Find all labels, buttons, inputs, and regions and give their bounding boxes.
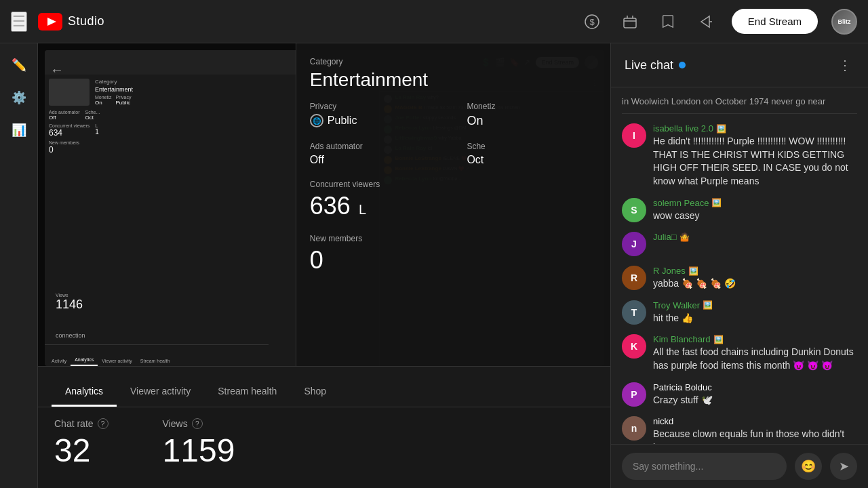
list-item: J Julia□ 🤷 bbox=[622, 232, 857, 256]
logo-area: Studio bbox=[38, 13, 104, 30]
bookmark-icon bbox=[661, 14, 675, 29]
msg-content: solemn Peace 🖼️ wow casey bbox=[653, 198, 857, 223]
save-nav-button[interactable] bbox=[656, 9, 680, 34]
msg-name: Patricia Bolduc bbox=[653, 382, 857, 392]
end-stream-button[interactable]: End Stream bbox=[732, 9, 818, 34]
list-item: n nickd Because clown equals fun in thos… bbox=[622, 416, 857, 444]
msg-content: Patricia Bolduc Crazy stuff 🕊️ bbox=[653, 382, 857, 407]
privacy-value: 🌐 Public bbox=[310, 114, 440, 127]
tab-analytics[interactable]: Analytics bbox=[52, 378, 117, 407]
views-help-icon[interactable]: ? bbox=[192, 418, 203, 429]
msg-content: Kim Blanchard 🖼️ All the fast food chain… bbox=[653, 334, 857, 372]
dollar-icon: $ bbox=[585, 14, 599, 29]
live-value: L bbox=[359, 202, 366, 218]
chat-header: Live chat ⋮ bbox=[611, 43, 868, 87]
schedule-label: Sche bbox=[467, 142, 597, 151]
chat-rate-field: Chat rate ? 32 bbox=[54, 418, 108, 467]
msg-avatar: R bbox=[622, 266, 646, 290]
list-item: S solemn Peace 🖼️ wow casey bbox=[622, 198, 857, 223]
chat-input-placeholder: Say something... bbox=[633, 461, 703, 472]
top-nav: ☰ Studio $ bbox=[0, 0, 868, 43]
chat-title-text: Live chat bbox=[625, 58, 673, 73]
chat-input-area[interactable]: Say something... bbox=[622, 453, 787, 480]
concurrent-value: 636 bbox=[310, 192, 351, 220]
new-members-value: 0 bbox=[310, 246, 597, 274]
settings-panel: Category Entertainment Privacy 🌐 Public bbox=[296, 43, 610, 366]
ads-field: Ads automator Off bbox=[310, 142, 440, 166]
bottom-tabs: Analytics Viewer activity Stream health … bbox=[38, 366, 610, 407]
nav-icons: $ End Stream Blitz bbox=[580, 9, 857, 35]
views-label: Views ? bbox=[163, 418, 235, 429]
sidebar-dashboard-button[interactable]: 📊 bbox=[5, 117, 33, 144]
msg-avatar: S bbox=[622, 198, 646, 222]
category-value: Entertainment bbox=[310, 69, 597, 91]
left-sidebar: ✏️ ⚙️ 📊 bbox=[0, 43, 38, 488]
privacy-monetize-row: Privacy 🌐 Public Monetiz On bbox=[310, 102, 597, 128]
msg-name: R Jones 🖼️ bbox=[653, 266, 857, 276]
youtube-logo-icon bbox=[38, 13, 62, 30]
list-item: T Troy Walker 🖼️ hit the 👍 bbox=[622, 300, 857, 325]
privacy-label: Privacy bbox=[310, 102, 440, 111]
msg-avatar: T bbox=[622, 300, 646, 325]
main-layout: ✏️ ⚙️ 📊 ← 💲 🎬 🔖 ↗ bbox=[0, 43, 868, 488]
center-content: ← 💲 🎬 🔖 ↗ End Stream bbox=[38, 43, 610, 488]
chat-messages-list: in Woolwich London on October 1974 never… bbox=[611, 87, 868, 444]
msg-content: Troy Walker 🖼️ hit the 👍 bbox=[653, 300, 857, 325]
msg-avatar: I bbox=[622, 123, 646, 148]
msg-avatar: n bbox=[622, 416, 646, 441]
tab-viewer-activity[interactable]: Viewer activity bbox=[117, 378, 204, 407]
stream-screenshot: ← 💲 🎬 🔖 ↗ End Stream bbox=[38, 43, 610, 366]
back-button[interactable]: ← bbox=[45, 57, 69, 83]
concurrent-label: Concurrent viewers bbox=[310, 180, 597, 189]
msg-avatar: J bbox=[622, 232, 646, 256]
share-icon bbox=[698, 14, 713, 29]
public-icon: 🌐 bbox=[310, 114, 323, 127]
msg-name: isabella live 2.0 🖼️ bbox=[653, 123, 857, 134]
msg-name: Troy Walker 🖼️ bbox=[653, 300, 857, 310]
msg-avatar: P bbox=[622, 382, 646, 407]
monetize-value: On bbox=[467, 114, 597, 128]
views-value: 1159 bbox=[163, 434, 235, 467]
monetize-nav-button[interactable]: $ bbox=[580, 9, 604, 34]
list-item: R R Jones 🖼️ yabba 🍖 🍖 🍖 🤣 bbox=[622, 266, 857, 291]
chat-rate-value: 32 bbox=[54, 434, 108, 467]
new-members-label: New members bbox=[310, 234, 597, 243]
stream-area: ← 💲 🎬 🔖 ↗ End Stream bbox=[38, 43, 610, 366]
chat-rate-help-icon[interactable]: ? bbox=[98, 418, 108, 429]
monetize-field: Monetiz On bbox=[467, 102, 597, 128]
privacy-field: Privacy 🌐 Public bbox=[310, 102, 440, 128]
clapper-icon bbox=[623, 14, 637, 29]
svg-text:$: $ bbox=[589, 17, 595, 27]
msg-content: R Jones 🖼️ yabba 🍖 🍖 🍖 🤣 bbox=[653, 266, 857, 291]
msg-name: Julia□ 🤷 bbox=[653, 232, 857, 242]
share-nav-button[interactable] bbox=[694, 9, 718, 34]
chat-send-button[interactable]: ➤ bbox=[830, 453, 857, 480]
tab-stream-health[interactable]: Stream health bbox=[204, 378, 290, 407]
msg-avatar: K bbox=[622, 334, 646, 359]
clips-nav-button[interactable] bbox=[618, 9, 642, 34]
msg-name: solemn Peace 🖼️ bbox=[653, 198, 857, 208]
concurrent-members-row: Concurrent viewers 636 L bbox=[310, 180, 597, 220]
msg-content: isabella live 2.0 🖼️ He didn't !!!!!!!!!… bbox=[653, 123, 857, 188]
chat-rate-label: Chat rate ? bbox=[54, 418, 108, 429]
avatar-text: Blitz bbox=[838, 18, 851, 25]
tab-shop[interactable]: Shop bbox=[290, 378, 340, 407]
chat-live-dot bbox=[679, 62, 686, 68]
sidebar-edit-button[interactable]: ✏️ bbox=[5, 52, 33, 79]
list-item: K Kim Blanchard 🖼️ All the fast food cha… bbox=[622, 334, 857, 372]
svg-rect-4 bbox=[624, 18, 636, 28]
stream-preview-panel: ← 💲 🎬 🔖 ↗ End Stream bbox=[38, 43, 610, 366]
msg-content: nickd Because clown equals fun in those … bbox=[653, 416, 857, 444]
concurrent-field: Concurrent viewers 636 L bbox=[310, 180, 597, 220]
new-members-field: New members 0 bbox=[310, 234, 597, 274]
monetize-label: Monetiz bbox=[467, 102, 597, 111]
avatar[interactable]: Blitz bbox=[831, 9, 857, 35]
chat-footer: Say something... 😊 ➤ bbox=[611, 444, 868, 488]
sidebar-settings-button[interactable]: ⚙️ bbox=[5, 84, 33, 111]
list-item: I isabella live 2.0 🖼️ He didn't !!!!!!!… bbox=[622, 123, 857, 188]
new-members-row: New members 0 bbox=[310, 234, 597, 274]
hamburger-button[interactable]: ☰ bbox=[11, 12, 27, 32]
chat-more-button[interactable]: ⋮ bbox=[835, 54, 854, 76]
list-item: P Patricia Bolduc Crazy stuff 🕊️ bbox=[622, 382, 857, 407]
chat-emoji-button[interactable]: 😊 bbox=[795, 453, 822, 480]
